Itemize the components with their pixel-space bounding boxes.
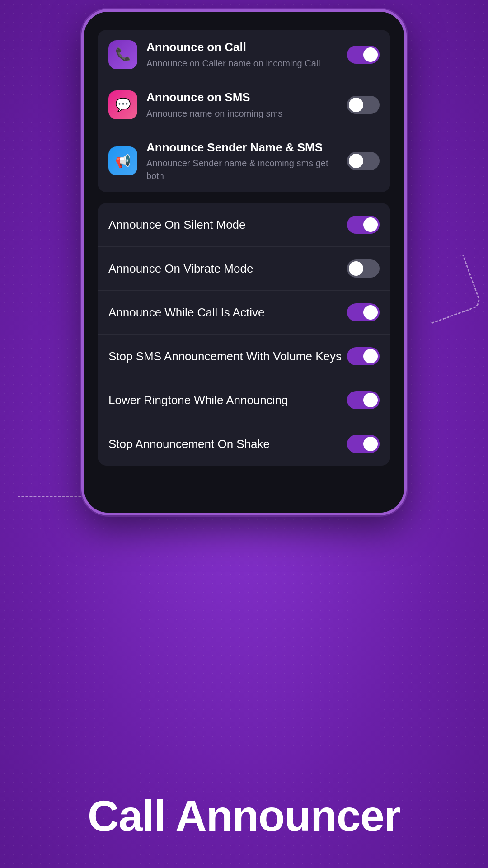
list-item[interactable]: Stop Announcement On Shake — [98, 422, 390, 466]
list-item[interactable]: 📞 Announce on Call Announce on Caller na… — [98, 30, 390, 80]
sms-icon: 💬 — [108, 90, 137, 119]
item-subtitle-sms: Announce name on incoming sms — [146, 107, 347, 120]
item-title-call: Announce on Call — [146, 40, 347, 55]
item-text-call: Announce on Call Announce on Caller name… — [146, 40, 347, 70]
toggle-announce-call[interactable] — [347, 46, 380, 64]
toggle-lower-ringtone[interactable] — [347, 391, 380, 409]
list-item[interactable]: 📢 Announce Sender Name & SMS Announcer S… — [98, 130, 390, 193]
toggle-announce-sender[interactable] — [347, 152, 380, 170]
item-label-stop-sms: Stop SMS Announcement With Volume Keys — [108, 348, 347, 364]
phone-frame: 📞 Announce on Call Announce on Caller na… — [81, 9, 407, 515]
item-title-sms: Announce on SMS — [146, 90, 347, 105]
list-item[interactable]: Lower Ringtone While Announcing — [98, 378, 390, 422]
item-subtitle-sender: Announcer Sender name & incoming sms get… — [146, 157, 347, 182]
item-label-vibrate: Announce On Vibrate Mode — [108, 260, 347, 277]
call-icon: 📞 — [108, 40, 137, 69]
item-text-sender: Announce Sender Name & SMS Announcer Sen… — [146, 140, 347, 183]
sender-icon: 📢 — [108, 146, 137, 175]
item-title-sender: Announce Sender Name & SMS — [146, 140, 347, 156]
list-item[interactable]: Announce While Call Is Active — [98, 291, 390, 335]
item-label-stop-shake: Stop Announcement On Shake — [108, 436, 347, 452]
list-item[interactable]: Stop SMS Announcement With Volume Keys — [98, 335, 390, 378]
settings-group-icons: 📞 Announce on Call Announce on Caller na… — [98, 30, 390, 192]
phone-screen: 📞 Announce on Call Announce on Caller na… — [84, 12, 404, 513]
deco-line-top — [413, 255, 482, 324]
item-subtitle-call: Announce on Caller name on incoming Call — [146, 57, 347, 70]
toggle-vibrate-mode[interactable] — [347, 259, 380, 278]
toggle-call-active[interactable] — [347, 303, 380, 321]
toggle-stop-shake[interactable] — [347, 435, 380, 453]
item-label-silent: Announce On Silent Mode — [108, 217, 347, 233]
settings-group-simple: Announce On Silent Mode Announce On Vibr… — [98, 203, 390, 466]
item-text-sms: Announce on SMS Announce name on incomin… — [146, 90, 347, 120]
list-item[interactable]: Announce On Silent Mode — [98, 203, 390, 247]
list-item[interactable]: Announce On Vibrate Mode — [98, 247, 390, 291]
toggle-stop-sms[interactable] — [347, 347, 380, 365]
toggle-announce-sms[interactable] — [347, 96, 380, 114]
toggle-silent-mode[interactable] — [347, 216, 380, 234]
item-label-lower-ringtone: Lower Ringtone While Announcing — [108, 392, 347, 408]
list-item[interactable]: 💬 Announce on SMS Announce name on incom… — [98, 80, 390, 130]
app-title: Call Announcer — [0, 791, 488, 841]
item-label-call-active: Announce While Call Is Active — [108, 304, 347, 321]
